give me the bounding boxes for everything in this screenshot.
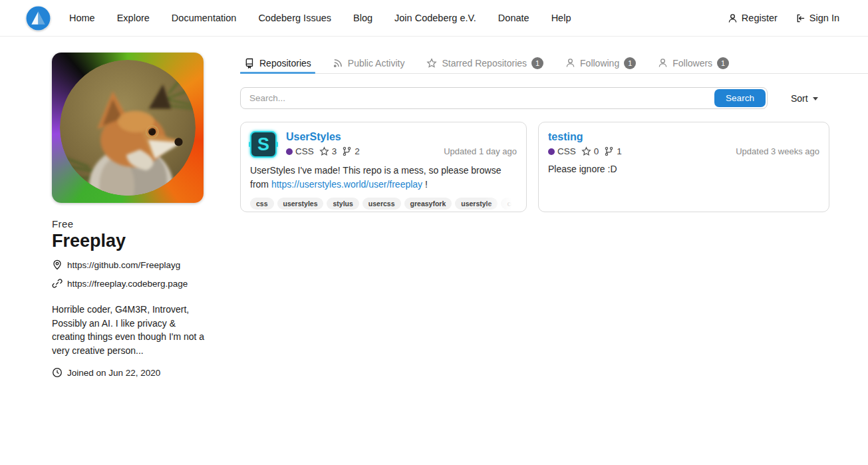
nav-item-explore[interactable]: Explore: [117, 13, 150, 23]
description-suffix: !: [425, 179, 428, 190]
star-count: 3: [332, 146, 337, 156]
git-branch-icon: [342, 146, 352, 156]
profile-bio: Horrible coder, G4M3R, Introvert, Possib…: [52, 303, 210, 357]
mountain-logo-icon: [26, 6, 51, 31]
language-label: CSS: [295, 146, 314, 156]
sign-in-button[interactable]: Sign In: [796, 13, 839, 23]
chevron-down-icon: [813, 97, 818, 100]
repo-card-testing: testing CSS 0: [538, 122, 829, 212]
nav-menu: Home Explore Documentation Codeberg Issu…: [69, 13, 571, 23]
repo-search-row: Search Sort: [240, 87, 829, 109]
tab-label: Public Activity: [348, 58, 405, 69]
fox-avatar-image: [60, 60, 196, 196]
profile-website-text: https://freeplay.codeberg.page: [67, 279, 188, 289]
clock-icon: [52, 367, 63, 378]
git-branch-icon: [604, 146, 614, 156]
register-label: Register: [742, 13, 778, 23]
location-pin-icon: [52, 259, 63, 270]
followers-count-badge: 1: [717, 57, 729, 69]
profile-username: Freeplay: [52, 231, 212, 251]
register-button[interactable]: Register: [728, 13, 778, 23]
codeberg-logo[interactable]: [26, 6, 51, 31]
star-icon: [581, 146, 591, 156]
person-icon: [565, 58, 575, 68]
sign-in-label: Sign In: [809, 13, 839, 23]
tab-label: Repositories: [259, 58, 311, 69]
repo-description: UserStyles I've made! This repo is a mes…: [250, 164, 517, 192]
topics-fade-overlay: [485, 198, 517, 210]
language-color-dot: [286, 148, 293, 155]
star-icon: [319, 146, 329, 156]
tab-public-activity[interactable]: Public Activity: [329, 52, 409, 72]
tab-starred-repositories[interactable]: Starred Repositories 1: [422, 52, 547, 72]
tab-repositories[interactable]: Repositories: [240, 52, 315, 72]
repo-link-userstyles[interactable]: UserStyles: [286, 131, 341, 143]
profile-joined-text: Joined on Jun 22, 2020: [67, 368, 160, 378]
person-icon: [728, 13, 738, 23]
fork-count: 1: [617, 146, 622, 156]
tab-followers[interactable]: Followers 1: [654, 52, 733, 72]
profile-joined-row: Joined on Jun 22, 2020: [52, 367, 212, 378]
repo-stars: 0: [581, 146, 599, 156]
description-link[interactable]: https://userstyles.world/user/freeplay: [271, 179, 422, 190]
repository-icon: [244, 58, 255, 69]
following-count-badge: 1: [624, 57, 636, 69]
repo-meta-row: CSS 0 1: [548, 146, 819, 156]
repo-link-testing[interactable]: testing: [548, 131, 583, 143]
nav-item-documentation[interactable]: Documentation: [172, 13, 237, 23]
repo-forks: 1: [604, 146, 622, 156]
profile-sidebar: Free Freeplay https://github.com/Freepla…: [52, 53, 212, 378]
link-icon: [52, 278, 63, 289]
fork-count: 2: [355, 146, 360, 156]
starred-count-badge: 1: [531, 57, 543, 69]
nav-item-help[interactable]: Help: [551, 13, 571, 23]
top-navigation: Home Explore Documentation Codeberg Issu…: [0, 0, 868, 37]
repository-list: S UserStyles CSS: [240, 122, 829, 212]
search-button[interactable]: Search: [714, 89, 766, 107]
search-box: Search: [240, 87, 768, 109]
repo-topics: css userstyles stylus usercss greasyfork…: [250, 198, 517, 210]
repo-card-userstyles: S UserStyles CSS: [240, 122, 527, 212]
repo-updated: Updated 1 day ago: [444, 146, 517, 156]
topic-pill[interactable]: css: [250, 198, 274, 210]
language-color-dot: [548, 148, 555, 155]
repo-language: CSS: [286, 146, 314, 156]
nav-item-join-codeberg[interactable]: Join Codeberg e.V.: [394, 13, 476, 23]
sort-dropdown[interactable]: Sort: [791, 93, 818, 104]
nav-item-blog[interactable]: Blog: [353, 13, 372, 23]
tab-label: Following: [580, 58, 619, 69]
repo-meta-row: CSS 3: [286, 146, 517, 156]
rss-icon: [333, 58, 343, 68]
sign-in-icon: [796, 13, 805, 23]
topic-pill[interactable]: userstyles: [277, 198, 324, 210]
tab-following[interactable]: Following 1: [561, 52, 640, 72]
repo-avatar-s-logo: S: [250, 131, 277, 158]
profile-website-row[interactable]: https://freeplay.codeberg.page: [52, 278, 212, 289]
sort-label: Sort: [791, 93, 808, 104]
topic-pill[interactable]: stylus: [327, 198, 359, 210]
repo-updated: Updated 3 weeks ago: [736, 146, 819, 156]
search-input[interactable]: [241, 88, 767, 108]
profile-display-name: Free: [52, 218, 212, 230]
star-icon: [426, 58, 437, 69]
nav-item-home[interactable]: Home: [69, 13, 95, 23]
repo-forks: 2: [342, 146, 360, 156]
repo-stars: 3: [319, 146, 337, 156]
repo-card-header: S UserStyles CSS: [250, 131, 517, 158]
tab-label: Starred Repositories: [442, 58, 527, 69]
repo-description: Please ignore :D: [548, 162, 819, 176]
nav-item-codeberg-issues[interactable]: Codeberg Issues: [258, 13, 331, 23]
profile-avatar: [52, 53, 204, 203]
language-label: CSS: [557, 146, 576, 156]
topic-pill[interactable]: greasyfork: [404, 198, 452, 210]
person-icon: [658, 58, 668, 68]
tab-label: Followers: [672, 58, 712, 69]
star-count: 0: [594, 146, 599, 156]
topic-pill[interactable]: usercss: [362, 198, 401, 210]
repo-language: CSS: [548, 146, 576, 156]
profile-tabs: Repositories Public Activity Starred Rep…: [240, 52, 868, 74]
profile-location-row: https://github.com/Freeplayg: [52, 259, 212, 270]
codeberg-profile-page: Home Explore Documentation Codeberg Issu…: [0, 0, 868, 465]
nav-item-donate[interactable]: Donate: [498, 13, 529, 23]
profile-location-text: https://github.com/Freeplayg: [67, 260, 180, 270]
